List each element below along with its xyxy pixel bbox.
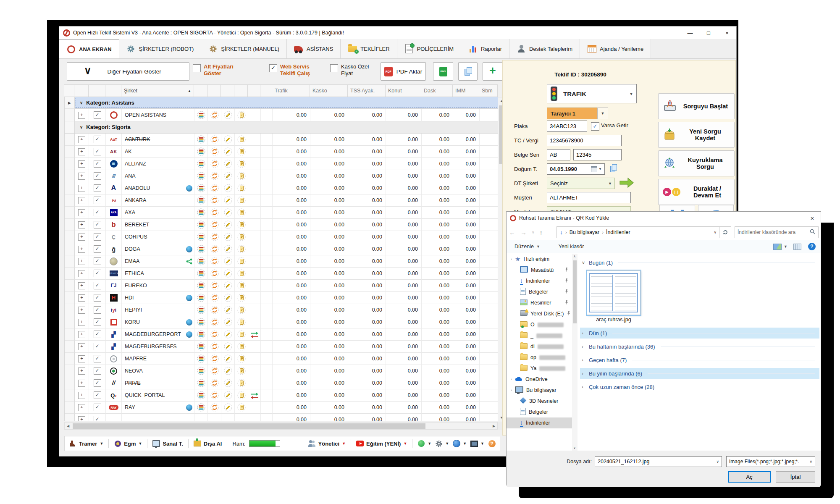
expand-button[interactable]: + <box>75 255 89 268</box>
sidebar-item-Belgeler[interactable]: Belgeler <box>507 407 572 417</box>
tc-input[interactable] <box>547 135 622 146</box>
go-arrow-icon[interactable] <box>619 176 635 191</box>
history-chevron-icon[interactable]: ∨ <box>532 230 535 234</box>
row-checkbox[interactable]: ✓ <box>89 109 106 121</box>
company-row[interactable]: + ✓ ▞ MAGDEBURGERSFS 0.000.000.000.000.0… <box>65 341 498 353</box>
sidebar-item-di[interactable]: di <box>507 341 572 352</box>
header-cell[interactable] <box>74 84 89 97</box>
row-checkbox[interactable]: ✓ <box>89 134 106 146</box>
expand-button[interactable]: + <box>75 219 89 231</box>
row-checkbox[interactable]: ✓ <box>89 243 106 255</box>
sidebar-section-OneDrive[interactable]: › OneDrive <box>507 374 572 385</box>
header-Trafik[interactable]: Trafik <box>272 84 310 97</box>
document-icon[interactable] <box>235 219 248 231</box>
web-service-icon[interactable] <box>194 389 208 402</box>
row-checkbox[interactable]: ✓ <box>89 182 106 194</box>
belge-seri-input[interactable] <box>547 149 570 160</box>
document-icon[interactable] <box>235 402 248 414</box>
scanner-dropdown-button[interactable]: ▼ <box>597 108 608 119</box>
sidebar-section-Hızlı erişim[interactable]: › ★ Hızlı erişim <box>507 254 572 265</box>
file-group-2[interactable]: › Bu haftanın başlarında (36) <box>580 341 819 352</box>
header-cell[interactable] <box>105 84 121 97</box>
web-service-icon[interactable] <box>194 231 208 243</box>
scroll-right-icon[interactable]: ▶ <box>491 423 497 429</box>
varsa-getir-checkbox[interactable]: ✓ <box>591 122 599 131</box>
row-checkbox[interactable]: ✓ <box>89 146 106 158</box>
expand-button[interactable]: + <box>75 280 89 292</box>
sidebar-item-Ya[interactable]: Ya <box>507 363 572 374</box>
maximize-button[interactable]: □ <box>699 30 718 36</box>
document-icon[interactable] <box>235 134 248 146</box>
address-dropdown-icon[interactable]: ∨ <box>714 230 719 234</box>
action-playpause-button[interactable]: ▶❘❘ Duraklat / Devam Et <box>658 179 735 205</box>
refresh-icon[interactable] <box>208 182 221 194</box>
refresh-icon[interactable] <box>208 389 221 402</box>
company-row[interactable]: + ✓ // PRIVE 0.000.000.000.000.000.00 <box>65 377 498 389</box>
toolbar-checkbox-0[interactable]: Alt Fiyatları Göster <box>193 63 247 77</box>
refresh-icon[interactable] <box>208 292 221 304</box>
web-service-icon[interactable] <box>194 170 208 182</box>
edit-icon[interactable] <box>221 328 235 341</box>
edit-icon[interactable] <box>221 207 235 219</box>
web-service-icon[interactable] <box>194 365 208 377</box>
refresh-icon[interactable] <box>208 280 221 292</box>
add-button[interactable]: + <box>483 62 503 81</box>
company-row[interactable]: + ✓ ∿ ANKARA 0.000.000.000.000.000.00 <box>65 194 498 207</box>
scroll-down-icon[interactable]: ∨ <box>573 446 576 450</box>
expand-button[interactable]: + <box>75 328 89 341</box>
edit-icon[interactable] <box>221 268 235 280</box>
document-icon[interactable] <box>235 268 248 280</box>
header-cell[interactable] <box>248 84 260 97</box>
document-icon[interactable] <box>235 328 248 341</box>
help-icon[interactable]: ? <box>808 243 816 250</box>
sidebar-item-op[interactable]: op <box>507 352 572 363</box>
organize-button[interactable]: Düzenle▼ <box>507 244 540 249</box>
expand-button[interactable]: + <box>75 304 89 316</box>
refresh-icon[interactable] <box>208 219 221 231</box>
web-service-icon[interactable] <box>194 255 208 268</box>
plaka-input[interactable] <box>547 121 587 132</box>
search-box[interactable] <box>735 226 819 238</box>
sidebar-item-Belgeler[interactable]: Belgeler <box>507 286 572 297</box>
sidebar-item-O[interactable]: O <box>507 319 572 330</box>
file-group-0[interactable]: ∨ Bugün (1) <box>580 257 819 268</box>
status-0[interactable]: Tramer ▼ <box>69 440 103 447</box>
refresh-icon[interactable] <box>208 170 221 182</box>
action-savebox-button[interactable]: Yeni Sorgu Kaydet <box>658 122 735 148</box>
scanner-select[interactable]: Tarayıcı 1 <box>547 108 601 119</box>
edit-icon[interactable] <box>221 304 235 316</box>
edit-icon[interactable] <box>221 316 235 328</box>
edit-icon[interactable] <box>221 341 235 353</box>
edit-icon[interactable] <box>221 231 235 243</box>
company-row[interactable]: + ✓ NEOVA 0.000.000.000.000.000.00 <box>65 365 498 377</box>
web-service-icon[interactable] <box>194 158 208 170</box>
company-row[interactable]: + ✓ AaT ACNTURK 0.000.000.000.000.000.00 <box>65 134 498 146</box>
expand-button[interactable]: + <box>75 170 89 182</box>
filename-input[interactable] <box>595 459 716 465</box>
company-row[interactable]: + ✓ 0.000.000.000.000.000.00 <box>65 414 498 421</box>
collapse-icon[interactable]: ∨ <box>80 100 83 105</box>
group-row[interactable]: ▶ ∨Kategori: Asistans <box>65 97 498 109</box>
edit-icon[interactable] <box>221 146 235 158</box>
web-service-icon[interactable] <box>194 134 208 146</box>
tab-8[interactable]: Ajanda / Yenileme <box>580 39 651 58</box>
row-checkbox[interactable]: ✓ <box>89 280 106 292</box>
company-row[interactable]: + ✓ A ANADOLU 0.000.000.000.000.000.00 <box>65 182 498 194</box>
edit-icon[interactable] <box>221 402 235 414</box>
expand-button[interactable]: + <box>75 146 89 158</box>
expand-button[interactable]: + <box>75 268 89 280</box>
company-row[interactable]: + ✓ III ALLIANZ 0.000.000.000.000.000.00 <box>65 158 498 170</box>
breadcrumb-this-pc[interactable]: Bu bilgisayar <box>568 229 601 235</box>
web-service-icon[interactable] <box>194 280 208 292</box>
expand-button[interactable]: + <box>75 316 89 328</box>
edit-icon[interactable] <box>221 365 235 377</box>
document-icon[interactable] <box>235 194 248 207</box>
action-globe-net-button[interactable]: Kuyruklama Sorgu <box>658 150 735 176</box>
refresh-icon[interactable] <box>208 365 221 377</box>
status-2[interactable]: Sanal T. <box>152 440 183 447</box>
web-service-icon[interactable] <box>194 109 208 121</box>
horizontal-scrollbar[interactable]: ◀ ▶ <box>64 422 498 430</box>
expand-button[interactable]: + <box>75 194 89 207</box>
status-1[interactable]: Egm ▼ <box>114 440 142 447</box>
refresh-icon[interactable] <box>208 207 221 219</box>
